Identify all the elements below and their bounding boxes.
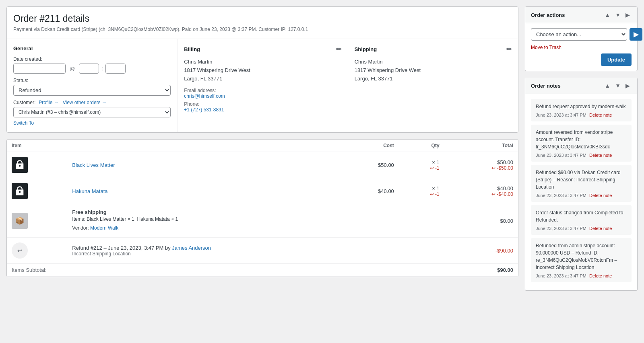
- shipping-city-state-zip: Largo, FL 33771: [355, 75, 512, 83]
- subtotal-row: Items Subtotal: $90.00: [7, 264, 518, 277]
- shipping-total: $0.00: [444, 204, 518, 238]
- order-actions-title: Order actions: [531, 12, 565, 18]
- order-actions-expand-up[interactable]: ▲: [603, 11, 612, 19]
- status-label: Status:: [13, 78, 171, 83]
- at-symbol: @: [70, 66, 75, 72]
- profile-link[interactable]: Profile →: [39, 100, 58, 105]
- note-meta-2: June 23, 2023 at 3:47 PM Delete note: [536, 193, 627, 198]
- date-input[interactable]: 2023-06-23: [13, 64, 66, 74]
- order-actions-expand-down[interactable]: ▼: [613, 11, 622, 19]
- note-text-3: Order status changed from Completed to R…: [536, 209, 627, 224]
- order-notes-panel: Order notes ▲ ▼ ▶ Refund request approve…: [525, 78, 638, 291]
- time-separator: :: [101, 66, 103, 72]
- date-label: Date created:: [13, 56, 171, 62]
- billing-phone-link[interactable]: +1 (727) 531-8891: [184, 107, 224, 113]
- product-name-1[interactable]: Hakuna Matata: [72, 188, 107, 194]
- refund-row: ↩ Refund #212 – June 23, 2023, 3:47 PM b…: [7, 238, 518, 264]
- note-text-4: Refunded from admin stripe account: 90.0…: [536, 242, 627, 271]
- delete-note-2[interactable]: Delete note: [589, 193, 612, 198]
- delete-note-1[interactable]: Delete note: [589, 153, 612, 158]
- product-row: Black Lives Matter $50.00 × 1 ↩ -1 $50.0…: [7, 152, 518, 178]
- product-image-0: [12, 157, 28, 173]
- product-row: Hakuna Matata $40.00 × 1 ↩ -1 $40.00 ↩ -…: [7, 178, 518, 204]
- refund-reason: Incorrect Shipping Location: [72, 251, 439, 257]
- note-item-0: Refund request approved by modern-walk J…: [531, 99, 632, 121]
- customer-links: Profile → View other orders →: [39, 100, 107, 105]
- order-notes-title: Order notes: [531, 83, 561, 89]
- billing-title: Billing: [184, 46, 200, 52]
- switch-to-link[interactable]: Switch To: [13, 120, 34, 126]
- product-cost-0: $50.00: [339, 152, 399, 178]
- shipping-name: Chris Martin: [355, 58, 512, 66]
- subtotal-label: Items Subtotal:: [7, 264, 444, 277]
- move-trash-link[interactable]: Move to Trash: [531, 45, 632, 50]
- note-item-2: Refunded $90.00 via Dokan Credit card (S…: [531, 165, 632, 202]
- view-orders-link[interactable]: View other orders →: [63, 100, 107, 105]
- product-cost-1: $40.00: [339, 178, 399, 204]
- product-total-1: $40.00 ↩ -$40.00: [444, 178, 518, 204]
- customer-label: Customer:: [13, 100, 35, 105]
- shipping-title: Shipping: [355, 46, 377, 52]
- product-image-1: [12, 183, 28, 199]
- note-item-1: Amount reversed from vendor stripe accou…: [531, 125, 632, 162]
- shipping-name-cell: Free shipping: [72, 209, 334, 215]
- phone-label: Phone:: [184, 101, 199, 107]
- billing-email-link[interactable]: chris@himself.com: [184, 93, 225, 99]
- refund-description: Refund #212 – June 23, 2023, 3:47 PM by …: [72, 245, 439, 251]
- col-qty-header: Qty: [399, 140, 444, 152]
- update-button[interactable]: Update: [601, 53, 632, 66]
- note-item-4: Refunded from admin stripe account: 90.0…: [531, 238, 632, 282]
- product-qty-0: × 1 ↩ -1: [399, 152, 444, 178]
- order-title: Order #211 details: [13, 13, 512, 24]
- subtotal-value: $90.00: [444, 264, 518, 277]
- refund-by-link[interactable]: James Anderson: [172, 245, 211, 251]
- refund-icon: ↩: [12, 242, 28, 259]
- order-notes-expand-down[interactable]: ▼: [613, 82, 622, 90]
- general-section: General Date created: 2023-06-23 @ 15 : …: [7, 39, 177, 132]
- delete-note-3[interactable]: Delete note: [589, 226, 612, 231]
- delete-note-4[interactable]: Delete note: [589, 273, 612, 278]
- note-meta-4: June 23, 2023 at 3:47 PM Delete note: [536, 273, 627, 278]
- shipping-edit-icon[interactable]: ✏: [506, 45, 512, 53]
- note-text-1: Amount reversed from vendor stripe accou…: [536, 129, 627, 150]
- status-select[interactable]: Refunded Pending payment Processing On h…: [13, 85, 171, 96]
- col-cost-header: Cost: [339, 140, 399, 152]
- order-actions-pin[interactable]: ▶: [624, 11, 632, 19]
- shipping-section: Shipping ✏ Chris Martin 1817 Whispering …: [348, 39, 518, 132]
- time-hour-input[interactable]: 15: [79, 64, 99, 74]
- order-meta: Payment via Dokan Credit card (Stripe) (…: [13, 27, 512, 32]
- order-notes-pin[interactable]: ▶: [624, 82, 632, 90]
- delete-note-0[interactable]: Delete note: [589, 113, 612, 117]
- note-meta-0: June 23, 2023 at 3:47 PM Delete note: [536, 113, 627, 117]
- product-qty-1: × 1 ↩ -1: [399, 178, 444, 204]
- note-item-3: Order status changed from Completed to R…: [531, 205, 632, 235]
- col-item-header: Item: [7, 140, 67, 152]
- action-select[interactable]: Choose an action... Send order details t…: [531, 28, 627, 41]
- shipping-items-value: Black Lives Matter × 1, Hakuna Matata × …: [87, 216, 178, 222]
- order-notes-expand-up[interactable]: ▲: [603, 82, 612, 90]
- product-name-0[interactable]: Black Lives Matter: [72, 162, 115, 168]
- refund-total: -$90.00: [444, 238, 518, 264]
- action-run-button[interactable]: ▶: [630, 28, 642, 41]
- note-text-2: Refunded $90.00 via Dokan Credit card (S…: [536, 169, 627, 191]
- col-total-header: Total: [444, 140, 518, 152]
- email-label: Email address:: [184, 88, 216, 93]
- billing-section: Billing ✏ Chris Martin 1817 Whispering D…: [177, 39, 347, 132]
- billing-name: Chris Martin: [184, 58, 341, 66]
- shipping-icon: 📦: [12, 213, 28, 229]
- time-minute-input[interactable]: 37: [105, 64, 126, 74]
- shipping-row: 📦 Free shipping Items: Black Lives Matte…: [7, 204, 518, 238]
- customer-select[interactable]: Chris Martin (#3 – chris@himself.com): [13, 107, 171, 117]
- billing-address1: 1817 Whispering Drive West: [184, 66, 341, 75]
- items-table: Item Cost Qty Total Black Lives Matter: [7, 140, 518, 277]
- note-text-0: Refund request approved by modern-walk: [536, 103, 627, 110]
- note-meta-1: June 23, 2023 at 3:47 PM Delete note: [536, 153, 627, 158]
- vendor-link[interactable]: Modern Walk: [90, 225, 118, 231]
- billing-city-state-zip: Largo, FL 33771: [184, 75, 341, 83]
- order-actions-panel: Order actions ▲ ▼ ▶ Choose an action... …: [525, 6, 638, 71]
- shipping-vendor-label: Vendor:: [72, 225, 89, 231]
- product-total-0: $50.00 ↩ -$50.00: [444, 152, 518, 178]
- billing-edit-icon[interactable]: ✏: [336, 45, 341, 53]
- shipping-items-label: Items:: [72, 216, 85, 222]
- shipping-address1: 1817 Whispering Drive West: [355, 66, 512, 75]
